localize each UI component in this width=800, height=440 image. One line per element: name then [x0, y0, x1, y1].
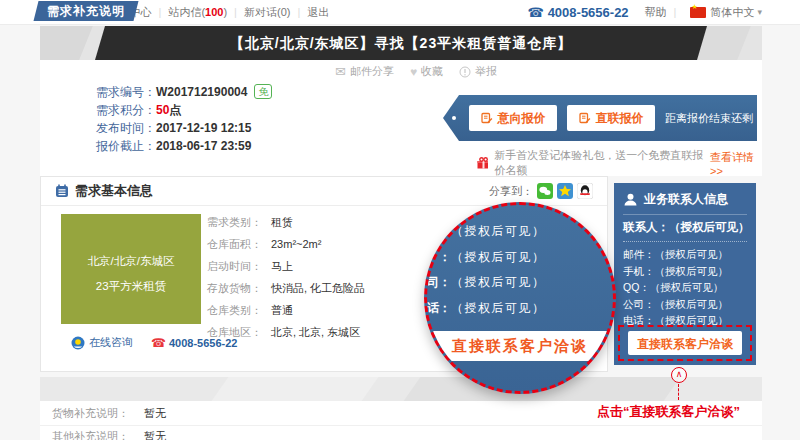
contact-value: （授权后可见）	[669, 221, 750, 233]
online-consult-label: 在线咨询	[89, 335, 133, 350]
contact-row-email: 邮件：（授权后可见）	[623, 246, 747, 263]
direct-contact-button[interactable]: 直接联系客户洽谈	[628, 331, 742, 355]
person-icon	[623, 192, 638, 207]
direct-quote-label: 直联报价	[596, 110, 644, 127]
online-consult-button[interactable]: 在线咨询	[71, 335, 133, 350]
notebook-icon	[55, 184, 69, 202]
magnifier-row: 电话：（授权后可见）	[424, 300, 613, 317]
detail-row-category: 需求类别：租赁	[207, 211, 365, 233]
divider: |	[234, 6, 237, 18]
contact-label: 联系人：	[623, 221, 669, 233]
supplement-title: 需求补充说明	[36, 1, 136, 21]
contact-row-company: 公司：（授权后可见）	[623, 296, 747, 313]
field-label: 发布时间：	[96, 121, 156, 135]
mag-label: 公司：	[424, 274, 451, 291]
demand-thumbnail: 北京/北京/东城区 23平方米租赁	[61, 214, 201, 324]
language-selector[interactable]: 简体中文	[710, 5, 754, 20]
intent-quote-button[interactable]: 意向报价	[469, 105, 557, 131]
detail-value: 快消品, 化工危险品	[271, 282, 365, 294]
new-chat-link[interactable]: 新对话(0)	[244, 5, 290, 20]
quote-countdown: 距离报价结束还剩81天	[665, 95, 757, 141]
supplement-value: 暂无	[144, 430, 166, 440]
form-icon	[481, 112, 493, 124]
annotation-hint: 点击“直接联系客户洽谈”	[597, 403, 740, 421]
mail-icon: ✉	[335, 64, 346, 79]
detail-label: 需求类别：	[207, 211, 271, 233]
mag-value: （授权后可见）	[451, 274, 546, 291]
mag-value: （授权后可见）	[451, 223, 546, 240]
mag-value: （授权后可见）	[451, 300, 546, 317]
newbie-promo: 新手首次登记体验礼包，送一个免费直联报价名额 查看详情 >>	[477, 148, 762, 178]
field-value: W201712190004	[156, 85, 247, 99]
mail-share-button[interactable]: ✉邮件分享	[335, 64, 394, 79]
detail-row-region: 仓库地区：北京, 北京, 东城区	[207, 321, 365, 343]
contact-row-mobile: 手机：（授权后可见）	[623, 263, 747, 280]
points-unit: 点	[169, 103, 181, 117]
field-label: 需求积分：	[96, 103, 156, 117]
detail-value: 普通	[271, 304, 293, 316]
detail-row-goods: 存放货物：快消品, 化工危险品	[207, 277, 365, 299]
quote-ribbon: 意向报价 直联报价 距离报价结束还剩81天	[443, 95, 757, 141]
field-demand-points: 需求积分：50点	[96, 101, 272, 119]
contact-label: 公司：	[623, 298, 655, 310]
online-consult-icon	[71, 336, 85, 350]
supplement-row-other: 其他补充说明：暂无	[40, 426, 762, 440]
site-mail-link[interactable]: 站内信(100)	[168, 5, 227, 20]
detail-value: 租赁	[271, 216, 293, 228]
magnifier-callout: （授权后可见） ：（授权后可见） 公司：（授权后可见） 电话：（授权后可见） 直…	[424, 202, 616, 394]
report-label: 举报	[475, 64, 497, 79]
banner-strip: 【北京/北京/东城区】寻找【23平米租赁普通仓库】	[40, 26, 762, 60]
gift-icon	[477, 157, 488, 169]
supplement-label: 其他补充说明：	[52, 426, 144, 440]
chevron-down-icon: ▾	[757, 7, 762, 17]
qzone-share-icon[interactable]	[557, 183, 573, 199]
detail-value: 北京, 北京, 东城区	[271, 326, 360, 338]
wechat-share-icon[interactable]	[537, 183, 553, 199]
direct-quote-button[interactable]: 直联报价	[567, 105, 655, 131]
detail-label: 启动时间：	[207, 255, 271, 277]
detail-value: 23m²~2m²	[271, 238, 321, 250]
field-quote-deadline: 报价截止：2018-06-17 23:59	[96, 137, 272, 155]
supplement-value: 暂无	[144, 407, 166, 419]
mail-label-close: )	[223, 6, 227, 18]
help-link[interactable]: 帮助	[645, 5, 667, 20]
promo-text: 新手首次登记体验礼包，送一个免费直联报价名额	[494, 148, 704, 178]
favorite-button[interactable]: ♥收藏	[410, 64, 443, 79]
promo-detail-link[interactable]: 查看详情 >>	[710, 150, 762, 177]
page-title: 【北京/北京/东城区】寻找【23平米租赁普通仓库】	[95, 26, 707, 60]
contact-label: 手机：	[623, 265, 655, 277]
report-button[interactable]: 举报	[459, 64, 497, 79]
section-title: 需求基本信息	[75, 177, 153, 205]
supplement-label: 货物补充说明：	[52, 401, 144, 425]
magnifier-cta-banner: 直接联系客户洽谈	[424, 331, 616, 361]
detail-label: 仓库面积：	[207, 233, 271, 255]
contact-value: （授权后可见）	[655, 298, 729, 310]
summary-actions: ✉邮件分享 ♥收藏 举报	[335, 64, 497, 79]
divider: |	[159, 6, 162, 18]
qq-share-icon[interactable]	[577, 183, 593, 199]
divider: |	[297, 6, 300, 18]
detail-row-type: 仓库类别：普通	[207, 299, 365, 321]
supplement-title-tab: 需求补充说明	[34, 1, 139, 21]
mail-label: 站内信(	[168, 6, 205, 18]
mag-value: （授权后可见）	[451, 249, 546, 266]
detail-value: 马上	[271, 260, 293, 272]
divider: |	[674, 6, 677, 18]
summary-fields: 需求编号：W201712190004免 需求积分：50点 发布时间：2017-1…	[96, 83, 272, 155]
field-label: 报价截止：	[96, 139, 156, 153]
phone-icon: ☎	[527, 5, 543, 20]
contact-primary-row: 联系人：（授权后可见）	[623, 220, 747, 242]
detail-row-start-time: 启动时间：马上	[207, 255, 365, 277]
intent-quote-label: 意向报价	[498, 110, 546, 127]
contact-value: （授权后可见）	[650, 281, 724, 293]
service-phone-number: 4008-5656-22	[548, 5, 629, 20]
contact-panel: 业务联系人信息 联系人：（授权后可见） 邮件：（授权后可见） 手机：（授权后可见…	[614, 183, 756, 365]
share-bar: 分享到：	[489, 183, 593, 199]
page: visky58 | 会员中心 | 站内信(100) | 新对话(0) | 退出 …	[0, 0, 800, 440]
contact-label: 邮件：	[623, 248, 655, 260]
topbar-right-nav: ☎ 4008-5656-22 帮助 | 简体中文 ▾	[527, 0, 762, 24]
logout-link[interactable]: 退出	[307, 5, 329, 20]
mag-label: 电话：	[424, 300, 451, 317]
thumb-area: 23平方米租赁	[61, 279, 201, 294]
detail-label: 存放货物：	[207, 277, 271, 299]
